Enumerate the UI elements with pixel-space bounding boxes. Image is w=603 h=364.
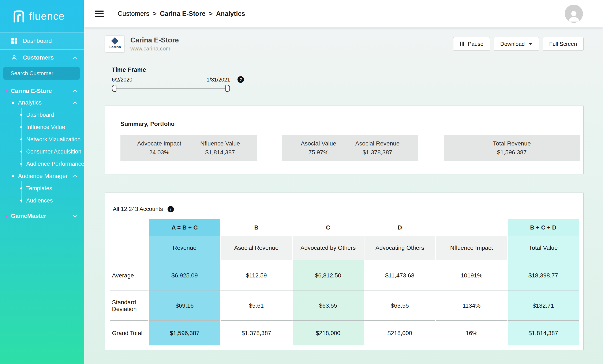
stat-label: Asocial Value [301,140,336,147]
timeframe-dates: 6/2/2020 1/31/2021 ? [112,77,230,83]
search-input[interactable] [11,70,81,77]
sidebar-item-consumer-acquisition[interactable]: Consumer Acquisition [0,146,84,158]
info-icon[interactable]: i [168,206,174,212]
chevron-down-icon [73,213,77,217]
sidebar-item-audience-manager[interactable]: Audience Manager [0,170,84,182]
accounts-table: A = B + C B C D B + C + D Revenue Asocia… [110,219,579,345]
sidebar-section-label: Customers [23,54,54,61]
stat-label: Total Revenue [493,140,531,147]
header-actions: Pause Download Full Screen [453,37,584,51]
topbar: Customers > Carina E-Store > Analytics [84,0,603,27]
bullet-icon [20,163,23,165]
table-cell: $1,814,387 [507,320,579,345]
stat-label: Asocial Revenue [355,140,400,147]
bullet-icon [5,90,7,92]
slider-track[interactable] [114,88,228,89]
breadcrumb: Customers > Carina E-Store > Analytics [118,10,245,18]
sidebar-item-network-vizualization[interactable]: Network Vizualization [0,133,84,146]
table-cell: $5.61 [220,291,292,320]
group-header-c: C [292,219,364,236]
summary-card: Summary, Portfolio Advocate Impact 24.03… [105,106,584,174]
bullet-icon [20,200,23,202]
sidebar-item-templates[interactable]: Templates [0,182,84,194]
stat: Nfluence Value $1,814,387 [200,140,240,156]
chevron-up-icon [73,56,77,61]
accounts-title-row: All 12,243 Accounts i [110,206,579,212]
group-header-spacer [110,219,148,236]
table-cell: 1134% [435,291,507,320]
table-cell: $6,812.50 [292,260,364,291]
sidebar-item-analytics[interactable]: Analytics [0,96,84,109]
carina-diamond-icon [111,37,118,45]
timeframe-control: Time Frame 6/2/2020 1/31/2021 ? [112,66,603,92]
summary-stats: Advocate Impact 24.03% Nfluence Value $1… [120,135,580,161]
avatar[interactable] [565,5,583,23]
sidebar: fluence Dashboard Customers [0,0,84,364]
dashboard-grid-icon [11,38,17,44]
sidebar-item-audience-performance[interactable]: Audience Performance [0,158,84,170]
breadcrumb-separator: > [209,10,213,18]
sidebar-item-dashboard[interactable]: Dashboard [0,32,84,50]
page-content: Carina Carina E-Store www.carina.com Pau… [84,27,603,364]
group-header-d: D [364,219,435,236]
page-header: Carina Carina E-Store www.carina.com Pau… [84,27,603,54]
customer-logo-label: Carina [108,45,121,49]
timeframe-slider[interactable] [112,84,230,92]
accounts-title: All 12,243 Accounts [113,206,163,212]
sidebar-item-gamemaster[interactable]: GameMaster [0,209,84,223]
chevron-up-icon [73,90,77,94]
bullet-icon [12,102,14,104]
stat: Total Revenue $1,596,387 [493,140,531,156]
sidebar-section-customers[interactable]: Customers [0,50,84,66]
slider-handle-left[interactable] [112,85,116,92]
chevron-up-icon [73,101,77,106]
fullscreen-button[interactable]: Full Screen [543,37,584,51]
sidebar-item-label: Consumer Acquisition [26,148,81,155]
breadcrumb-item-customers[interactable]: Customers [118,10,149,18]
breadcrumb-item-analytics: Analytics [216,10,245,18]
column-header-revenue: Revenue [148,236,220,260]
bullet-icon [20,114,23,116]
slider-handle-right[interactable] [225,85,230,92]
timeframe-start-date: 6/2/2020 [112,77,132,83]
stat-value: 75.97% [301,149,336,156]
brand-logo[interactable]: fluence [0,0,84,32]
menu-icon[interactable] [95,11,104,17]
bullet-icon [5,215,7,217]
group-header-total: B + C + D [507,219,579,236]
pause-button-label: Pause [468,41,483,47]
sidebar-item-label: Dashboard [26,112,54,118]
table-cell: $132.71 [507,291,579,320]
table-cell: $18,398.77 [507,260,579,291]
sidebar-item-label: Influence Value [26,124,65,130]
accounts-card: All 12,243 Accounts i A = B + C B C D B … [105,193,584,350]
sidebar-item-influence-value[interactable]: Influence Value [0,121,84,133]
sidebar-item-label: Carina E-Store [11,88,52,94]
bullet-icon [20,150,23,153]
stat-value: $1,378,387 [355,149,400,156]
sidebar-item-analytics-dashboard[interactable]: Dashboard [0,109,84,121]
column-header-advocating-others: Advocating Others [364,236,435,260]
summary-title: Summary, Portfolio [120,121,580,127]
brand-logo-text: fluence [29,10,65,22]
nfluence-logo-icon [12,10,26,23]
stat: Asocial Revenue $1,378,387 [355,140,400,156]
sidebar-item-carina-e-store[interactable]: Carina E-Store [0,86,84,96]
stat-value: $1,814,387 [200,149,240,156]
stat: Asocial Value 75.97% [301,140,336,156]
table-cell: $218,000 [292,320,364,345]
sidebar-item-audiences[interactable]: Audiences [0,194,84,207]
row-label-grand-total: Grand Total [110,320,148,345]
table-cell: $63.55 [364,291,435,320]
audience-manager-children: Templates Audiences [0,182,84,207]
sidebar-item-label: Analytics [18,99,42,106]
customer-search[interactable] [3,67,80,80]
help-icon[interactable]: ? [237,76,244,83]
pause-button[interactable]: Pause [453,37,490,51]
table-cell: $1,378,387 [220,320,292,345]
breadcrumb-item-carina-e-store[interactable]: Carina E-Store [160,10,205,18]
download-button[interactable]: Download [494,37,539,51]
group-header-b: B [220,219,292,236]
sidebar-item-label: Audience Performance [26,161,84,167]
table-cell: $1,596,387 [148,320,220,345]
